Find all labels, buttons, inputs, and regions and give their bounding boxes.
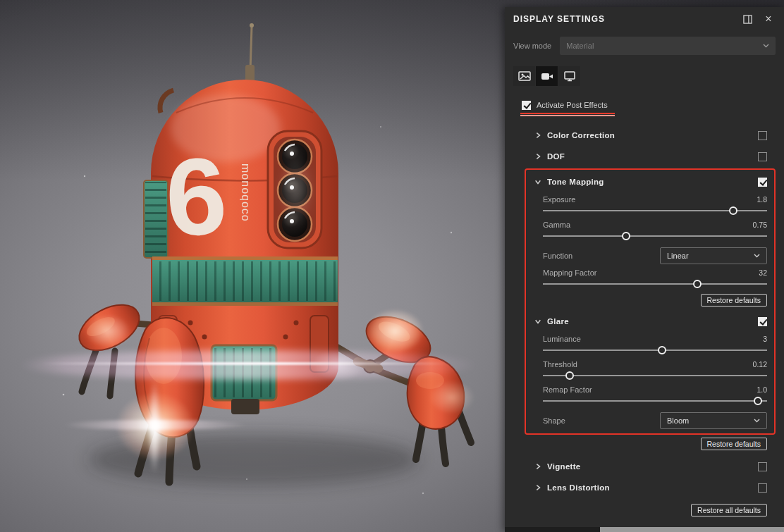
shape-value: Bloom: [667, 416, 689, 425]
robot-waist-band: [152, 256, 338, 306]
tone-mapping-label: Tone Mapping: [547, 178, 752, 186]
chevron-down-icon: [534, 318, 541, 325]
remap-factor-label: Remap Factor: [543, 385, 592, 394]
tone-mapping-checkbox[interactable]: [758, 178, 767, 187]
dof-label: DOF: [547, 152, 752, 161]
chevron-down-icon: [754, 254, 760, 258]
horizontal-scrollbar[interactable]: [505, 527, 784, 532]
lens-distortion-checkbox[interactable]: [758, 483, 767, 493]
section-dof[interactable]: DOF: [505, 146, 784, 167]
view-mode-label: View mode: [513, 42, 551, 50]
slider-handle[interactable]: [658, 346, 666, 354]
exposure-slider[interactable]: [543, 205, 767, 216]
mapping-factor-value: 32: [759, 268, 767, 277]
chevron-right-icon: [534, 484, 541, 491]
slider-track: [543, 375, 767, 376]
slider-handle[interactable]: [729, 206, 737, 215]
robot-number: 6: [163, 135, 230, 259]
function-dropdown[interactable]: Linear: [660, 247, 767, 264]
robot-render: 6 monoqoco: [0, 0, 505, 532]
annotation-box: Tone Mapping Exposure 1.8 Gamma: [525, 168, 776, 435]
luminance-control: Luminance 3: [543, 334, 767, 356]
mapping-factor-slider[interactable]: [543, 278, 767, 290]
shape-label: Shape: [543, 416, 565, 425]
view-mode-row: View mode Material: [513, 37, 776, 55]
tab-viewport[interactable]: [558, 66, 580, 86]
section-glare[interactable]: Glare: [534, 312, 767, 330]
exposure-label: Exposure: [543, 195, 575, 204]
dof-checkbox[interactable]: [758, 152, 767, 161]
scrollbar-thumb[interactable]: [600, 527, 784, 532]
threshold-value: 0.12: [753, 360, 767, 369]
vignette-label: Vignette: [547, 462, 752, 471]
gamma-control: Gamma 0.75: [543, 220, 767, 242]
image-icon: [518, 70, 531, 82]
threshold-label: Threshold: [543, 360, 577, 369]
robot-front-left-foot: [135, 318, 204, 482]
tab-camera[interactable]: [536, 66, 558, 86]
function-control: Function Linear: [543, 247, 767, 264]
remap-factor-control: Remap Factor 1.0: [543, 385, 767, 407]
exposure-value: 1.8: [757, 195, 767, 204]
close-icon[interactable]: ×: [761, 12, 776, 26]
section-lens-distortion[interactable]: Lens Distortion: [505, 477, 784, 498]
remap-factor-slider[interactable]: [543, 395, 767, 407]
remap-factor-value: 1.0: [757, 385, 767, 394]
chevron-right-icon: [534, 132, 541, 139]
robot-side-text: monoqoco: [240, 163, 252, 222]
slider-track: [543, 283, 767, 285]
slider-handle[interactable]: [565, 371, 574, 380]
display-settings-panel: DISPLAY SETTINGS × View mode Material: [505, 7, 784, 532]
lens-distortion-label: Lens Distortion: [547, 483, 752, 492]
vignette-checkbox[interactable]: [758, 462, 767, 471]
function-value: Linear: [667, 252, 689, 260]
robot-lenses: [268, 131, 321, 248]
luminance-slider[interactable]: [543, 345, 767, 356]
chevron-down-icon: [754, 419, 760, 423]
robot-antenna: [245, 23, 255, 83]
tab-image[interactable]: [513, 66, 535, 86]
robot-right-foot: [408, 357, 471, 464]
gamma-value: 0.75: [753, 221, 767, 229]
section-vignette[interactable]: Vignette: [505, 456, 784, 477]
slider-track: [543, 349, 767, 351]
chevron-down-icon: [534, 178, 541, 185]
luminance-label: Luminance: [543, 335, 581, 343]
exposure-control: Exposure 1.8: [543, 194, 767, 216]
chevron-down-icon: [763, 44, 769, 48]
slider-track: [543, 235, 767, 237]
function-label: Function: [543, 252, 572, 260]
slider-handle[interactable]: [693, 280, 702, 288]
post-effects-sections: Color Correction DOF Tone Mapping Exposu…: [505, 125, 784, 516]
glare-label: Glare: [547, 317, 752, 326]
activate-post-effects-row: Activate Post Effects: [522, 100, 784, 110]
app-window: 6 monoqoco: [0, 0, 784, 532]
chevron-right-icon: [534, 153, 541, 160]
shape-control: Shape Bloom: [543, 412, 767, 429]
shape-dropdown[interactable]: Bloom: [660, 412, 767, 429]
glare-restore-button[interactable]: Restore defaults: [701, 438, 767, 450]
section-color-correction[interactable]: Color Correction: [505, 125, 784, 146]
threshold-slider[interactable]: [543, 370, 767, 381]
chevron-right-icon: [534, 463, 541, 470]
gamma-label: Gamma: [543, 221, 570, 229]
tone-mapping-restore-button[interactable]: Restore defaults: [701, 294, 767, 307]
mapping-factor-control: Mapping Factor 32: [543, 268, 767, 290]
mapping-factor-label: Mapping Factor: [543, 268, 596, 277]
color-correction-checkbox[interactable]: [758, 131, 767, 140]
annotation-underline: [520, 113, 615, 116]
section-tone-mapping[interactable]: Tone Mapping: [534, 173, 767, 191]
activate-post-effects-checkbox[interactable]: [522, 101, 531, 110]
view-mode-dropdown[interactable]: Material: [560, 37, 776, 55]
threshold-control: Threshold 0.12: [543, 359, 767, 381]
restore-all-defaults-button[interactable]: Restore all defaults: [691, 504, 767, 516]
viewport-icon: [563, 70, 576, 82]
robot-shadow: [88, 433, 419, 486]
slider-handle[interactable]: [754, 397, 762, 405]
display-tabs: [513, 66, 784, 86]
camera-icon: [541, 70, 553, 82]
gamma-slider[interactable]: [543, 230, 767, 242]
glare-checkbox[interactable]: [758, 317, 767, 326]
slider-handle[interactable]: [622, 232, 630, 240]
dock-icon[interactable]: [740, 12, 754, 26]
